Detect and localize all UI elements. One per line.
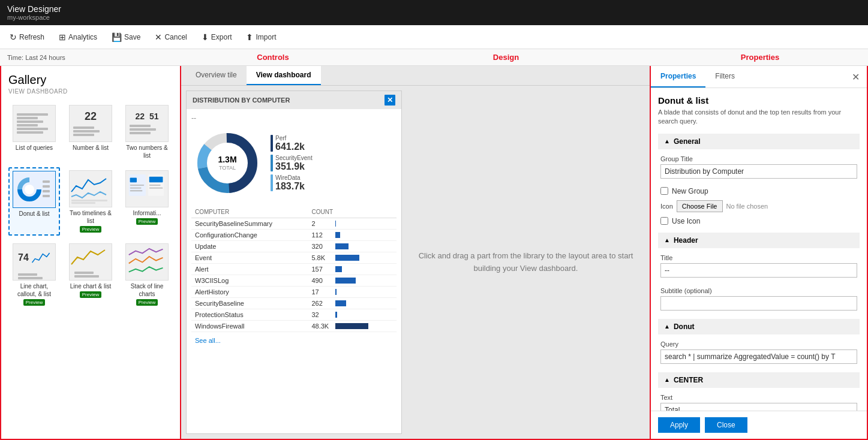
gallery-thumb-line-callout: 74 [13, 243, 56, 281]
preview-badge-line-callout: Preview [23, 299, 45, 306]
table-row: SecurityBaseline262 [191, 298, 397, 309]
properties-section-label: Properties [652, 53, 868, 62]
legend-item-wiredata: WireData 183.7k [271, 174, 313, 192]
table-header-row: COMPUTER COUNT [191, 206, 397, 218]
toolbar: ↻ Refresh ⊞ Analytics 💾 Save ✕ Cancel ⬇ … [0, 25, 868, 49]
close-button[interactable]: Close [705, 417, 747, 433]
main-content: Gallery VIEW DASHBOARD List of queries [0, 66, 868, 440]
gallery-thumb-line-list [69, 243, 112, 281]
table-cell-computer: SecurityBaselineSummary [191, 218, 308, 230]
gallery-item-number-list[interactable]: 22 Number & list [65, 102, 116, 162]
app-title: View Designer [7, 4, 861, 14]
svg-rect-7 [71, 200, 107, 201]
table-cell-count: 320 [308, 241, 397, 252]
refresh-icon: ↻ [10, 32, 17, 42]
input-subtitle[interactable] [660, 296, 857, 311]
props-group-general: ▲ General [658, 134, 860, 149]
col-count: COUNT [308, 206, 397, 218]
design-panel: Overview tile View dashboard DISTRIBUTIO… [181, 66, 651, 439]
checkbox-new-group[interactable] [660, 187, 668, 195]
gallery-item-two-numbers[interactable]: 22 51 Two numbers & list [121, 102, 173, 162]
tab-overview-tile[interactable]: Overview tile [186, 66, 247, 85]
gallery-label-number-list: Number & list [73, 144, 109, 152]
properties-body: Donut & list A blade that consists of do… [651, 88, 867, 411]
gallery-thumb-donut [13, 171, 56, 208]
table-cell-count: 112 [308, 230, 397, 241]
gallery-label-two-numbers: Two numbers & list [124, 144, 170, 159]
count-bar: 48.3K [311, 323, 393, 330]
gallery-thumb-number-list: 22 [69, 105, 112, 142]
empty-design-text: Click and drag a part from the library t… [419, 250, 633, 275]
label-center-text: Text [660, 394, 857, 401]
donut-legend: Perf 641.2k SecurityEvent 351.9k [271, 135, 313, 192]
import-button[interactable]: ⬆ Import [244, 31, 278, 43]
gallery-item-information[interactable]: Informati... Preview [121, 167, 173, 236]
table-row: WindowsFirewall48.3K [191, 321, 397, 332]
input-center-text[interactable] [660, 403, 857, 411]
apply-button[interactable]: Apply [658, 417, 700, 433]
mini-bar [335, 255, 359, 261]
gallery-label-information: Informati... [133, 209, 161, 217]
table-row: ProtectionStatus32 [191, 309, 397, 321]
donut-center: 1.3M TOTAL [218, 155, 236, 171]
props-group-general-label: General [674, 137, 701, 146]
gallery-item-line-callout[interactable]: 74 Line chart, callout, & list Preview [8, 240, 60, 309]
input-query[interactable] [660, 349, 857, 364]
svg-rect-17 [149, 188, 163, 189]
props-group-donut-label: Donut [674, 323, 695, 331]
analytics-button[interactable]: ⊞ Analytics [56, 31, 100, 43]
checkbox-use-icon[interactable] [660, 217, 668, 225]
design-section-label: Design [360, 53, 652, 62]
svg-rect-5 [43, 190, 50, 192]
field-header-title: Title [658, 251, 860, 281]
table-cell-computer: Event [191, 252, 308, 264]
table-cell-count: 262 [308, 298, 397, 309]
refresh-button[interactable]: ↻ Refresh [7, 31, 47, 43]
gallery-item-two-timelines[interactable]: Two timelines & list Preview [65, 167, 116, 236]
count-bar: 17 [311, 288, 393, 296]
properties-close-button[interactable]: ✕ [852, 71, 860, 83]
cancel-button[interactable]: ✕ Cancel [152, 31, 189, 43]
gallery-item-stack-lines[interactable]: Stack of line charts Preview [121, 240, 173, 309]
tab-filters[interactable]: Filters [705, 66, 744, 88]
gallery-label-stack-lines: Stack of line charts [124, 282, 170, 298]
gallery-grid: List of queries 22 Number & list [8, 102, 173, 309]
checkbox-use-icon-row: Use Icon [658, 215, 860, 228]
svg-rect-3 [43, 180, 50, 183]
tile-close-button[interactable]: ✕ [385, 95, 395, 106]
export-button[interactable]: ⬇ Export [199, 31, 235, 43]
gallery-item-list-queries[interactable]: List of queries [8, 102, 60, 162]
preview-badge-two-timelines: Preview [80, 226, 101, 233]
mini-bar [335, 266, 342, 272]
table-row: Update320 [191, 241, 397, 252]
workspace-label: my-workspace [7, 14, 861, 21]
properties-panel: Properties Filters ✕ Donut & list A blad… [651, 66, 867, 439]
save-button[interactable]: 💾 Save [109, 31, 143, 43]
legend-bar-perf [271, 135, 273, 152]
properties-tabs: Properties Filters ✕ [651, 66, 867, 88]
donut-section: 1.3M TOTAL Perf 641.2k [191, 127, 397, 199]
col-computer: COMPUTER [191, 206, 308, 218]
choose-file-button[interactable]: Choose File [677, 200, 723, 212]
input-group-title[interactable] [660, 164, 857, 179]
table-row: W3CIISLog490 [191, 275, 397, 287]
header-collapse-icon: ▲ [664, 237, 670, 243]
svg-rect-12 [130, 188, 142, 189]
gallery-item-line-list[interactable]: Line chart & list Preview [65, 240, 116, 309]
computer-table: COMPUTER COUNT SecurityBaselineSummary2C… [191, 206, 397, 332]
tab-properties[interactable]: Properties [651, 66, 705, 88]
gallery-thumb-two-numbers: 22 51 [125, 105, 169, 142]
see-all-link[interactable]: See all... [191, 332, 397, 349]
svg-point-2 [25, 185, 34, 194]
table-cell-computer: Alert [191, 264, 308, 275]
mini-bar [335, 300, 346, 306]
gallery-thumb-stack-lines [125, 243, 169, 281]
table-cell-count: 2 [308, 218, 397, 230]
donut-total-label: TOTAL [218, 165, 236, 171]
tab-view-dashboard[interactable]: View dashboard [247, 66, 321, 85]
preview-badge-line-list: Preview [80, 291, 101, 298]
input-header-title[interactable] [660, 263, 857, 278]
gallery-item-donut-list[interactable]: Donut & list [8, 167, 60, 236]
gallery-label-line-callout: Line chart, callout, & list [11, 282, 57, 298]
count-bar: 112 [311, 231, 393, 239]
